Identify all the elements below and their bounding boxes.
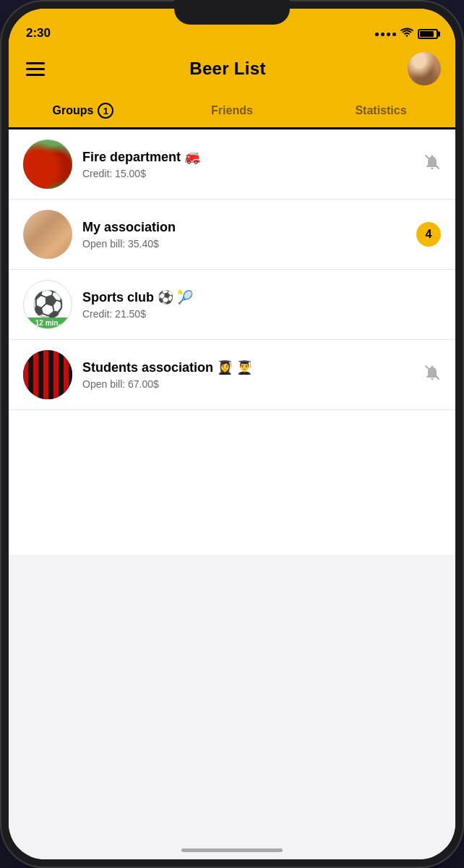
- group-action-students: [424, 364, 441, 386]
- group-status-assoc: Open bill: 35.40$: [82, 238, 406, 250]
- signal-icon: [375, 33, 396, 36]
- group-info-students: Students association 👩‍🎓 👨‍🎓 Open bill: …: [82, 359, 413, 390]
- tab-friends-label: Friends: [211, 104, 253, 117]
- group-status-fire: Credit: 15.00$: [82, 168, 413, 179]
- app-title: Beer List: [189, 59, 265, 79]
- group-name-fire: Fire department 🚒: [82, 149, 413, 165]
- group-item-fire[interactable]: Fire department 🚒 Credit: 15.00$: [9, 129, 455, 200]
- group-name-assoc: My association: [82, 220, 406, 235]
- group-action-assoc: 4: [416, 222, 441, 247]
- group-item-assoc[interactable]: My association Open bill: 35.40$ 4: [9, 200, 455, 270]
- group-name-students: Students association 👩‍🎓 👨‍🎓: [82, 359, 413, 375]
- wifi-icon: [400, 27, 413, 41]
- tab-friends[interactable]: Friends: [158, 95, 306, 127]
- groups-badge: 1: [98, 103, 113, 119]
- group-info-fire: Fire department 🚒 Credit: 15.00$: [82, 149, 413, 179]
- group-avatar-assoc: [23, 210, 72, 259]
- avatar[interactable]: [408, 52, 441, 85]
- notification-badge-assoc: 4: [416, 222, 441, 247]
- groups-list: Fire department 🚒 Credit: 15.00$: [9, 129, 455, 555]
- phone-screen: 2:30: [9, 9, 455, 859]
- group-item-students[interactable]: Students association 👩‍🎓 👨‍🎓 Open bill: …: [9, 340, 455, 410]
- group-avatar-students: [23, 350, 72, 399]
- tab-statistics[interactable]: Statistics: [306, 95, 455, 127]
- group-status-sports: Credit: 21.50$: [82, 308, 431, 320]
- screen-content: Fire department 🚒 Credit: 15.00$: [9, 129, 455, 859]
- group-info-assoc: My association Open bill: 35.40$: [82, 220, 406, 250]
- app-header: Beer List: [9, 45, 455, 95]
- menu-button[interactable]: [23, 59, 48, 79]
- battery-icon: [418, 29, 438, 39]
- group-status-students: Open bill: 67.00$: [82, 378, 413, 390]
- home-indicator: [181, 848, 283, 852]
- tabs-container: Groups 1 Friends Statistics: [9, 95, 455, 129]
- phone-frame: 2:30: [0, 0, 464, 868]
- group-item-sports[interactable]: ⚽ 12 min. Sports club ⚽ 🎾 Credit: 21.50$: [9, 270, 455, 340]
- status-time: 2:30: [26, 26, 51, 41]
- sports-timer: 12 min.: [24, 318, 72, 328]
- tab-statistics-label: Statistics: [355, 104, 406, 117]
- group-action-fire: [424, 153, 441, 175]
- notch: [174, 0, 290, 25]
- tab-groups-label: Groups: [53, 104, 94, 117]
- group-avatar-sports: ⚽ 12 min.: [23, 280, 72, 329]
- bell-off-icon-students: [424, 367, 441, 385]
- group-avatar-fire: [23, 140, 72, 189]
- bell-off-icon-fire: [424, 156, 441, 174]
- group-info-sports: Sports club ⚽ 🎾 Credit: 21.50$: [82, 289, 431, 320]
- group-name-sports: Sports club ⚽ 🎾: [82, 289, 431, 305]
- status-icons: [375, 27, 438, 41]
- content-area: [9, 555, 455, 859]
- tab-groups[interactable]: Groups 1: [9, 95, 158, 127]
